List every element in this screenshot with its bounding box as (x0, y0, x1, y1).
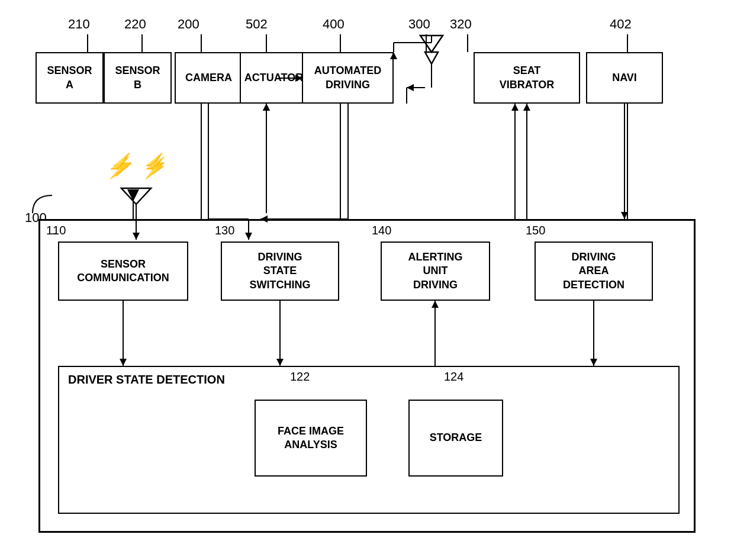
ref-122: 122 (290, 370, 310, 384)
ref-502: 502 (246, 17, 268, 32)
svg-marker-46 (590, 359, 597, 366)
svg-marker-24 (425, 52, 438, 64)
driving-area-detection-box: DRIVINGAREADETECTION (535, 242, 653, 301)
storage-box: STORAGE (408, 400, 503, 477)
ref-200: 200 (178, 17, 199, 32)
ref-130: 130 (215, 224, 234, 237)
svg-marker-23 (407, 84, 414, 91)
ref-402: 402 (610, 17, 632, 32)
svg-marker-49 (121, 188, 151, 204)
sensor-a-box: SENSORA (36, 52, 104, 104)
svg-text:⚡: ⚡ (104, 156, 136, 180)
svg-marker-42 (276, 359, 284, 366)
driver-state-detection-box: DRIVER STATE DETECTION 122 124 FACE IMAG… (58, 366, 680, 514)
alerting-unit-driving-box: ALERTINGUNITDRIVING (381, 242, 490, 301)
svg-marker-27 (511, 104, 519, 111)
navi-box: NAVI (586, 52, 663, 104)
svg-marker-70 (621, 212, 628, 219)
svg-text:⚡: ⚡ (139, 156, 171, 180)
face-image-analysis-box: FACE IMAGEANALYSIS (255, 400, 367, 477)
actuator-box: ACTUATOR (240, 52, 308, 104)
svg-text:⚡: ⚡ (110, 152, 136, 177)
driver-state-detection-label: DRIVER STATE DETECTION (68, 373, 225, 387)
svg-marker-18 (263, 104, 270, 111)
svg-marker-68 (523, 104, 530, 111)
ref-150: 150 (526, 224, 545, 237)
ref-300: 300 (408, 17, 430, 32)
ref-140: 140 (372, 224, 391, 237)
ecu-outer-box: 110 130 140 150 SENSORCOMMUNICATION DRIV… (38, 219, 696, 533)
sensor-comm-box: SENSORCOMMUNICATION (58, 242, 188, 301)
svg-marker-38 (263, 104, 270, 111)
ref-124: 124 (444, 370, 463, 384)
driving-state-switching-box: DRIVINGSTATESWITCHING (221, 242, 339, 301)
svg-marker-44 (432, 301, 439, 308)
diagram-container: ⚡ ⚡ (0, 0, 734, 560)
svg-text:⚡: ⚡ (142, 152, 169, 177)
svg-marker-40 (120, 359, 127, 366)
sensor-b-box: SENSORB (104, 52, 172, 104)
ref-210: 210 (68, 17, 90, 32)
svg-marker-10 (127, 189, 139, 201)
svg-marker-53 (420, 36, 443, 52)
ref-400: 400 (323, 17, 345, 32)
camera-box: CAMERA (175, 52, 243, 104)
automated-driving-box: AUTOMATEDDRIVING (302, 52, 394, 104)
ref-220: 220 (124, 17, 146, 32)
ref-320: 320 (450, 17, 472, 32)
ref-110: 110 (46, 224, 66, 237)
seat-vibrator-box: SEATVIBRATOR (474, 52, 580, 104)
